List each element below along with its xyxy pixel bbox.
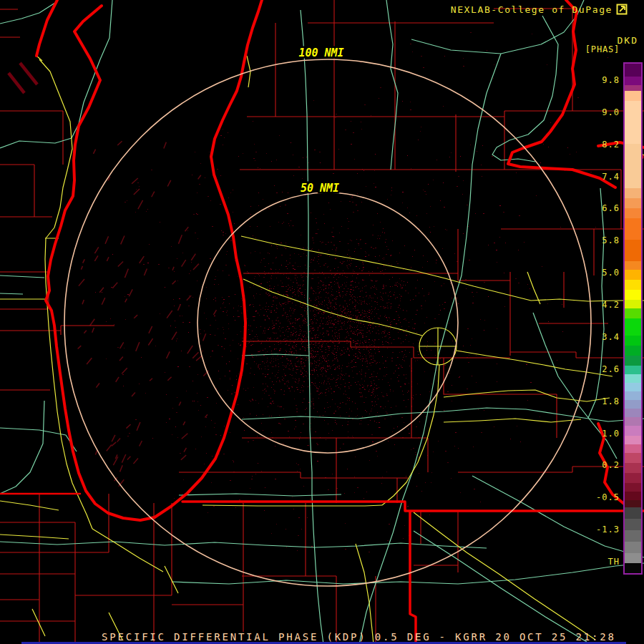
colorbar-band [625, 483, 641, 492]
colorbar-band [625, 198, 641, 208]
colorbar-band [625, 473, 641, 483]
colorbar-band [625, 77, 641, 85]
colorbar-tick: 5.0 [602, 268, 620, 278]
colorbar-tick: 6.6 [602, 203, 620, 213]
colorbar-tick: 8.2 [602, 140, 620, 150]
colorbar-tick: 9.0 [602, 107, 620, 117]
colorbar-tick: 1.8 [602, 396, 620, 406]
range-ring-label-50: 50 NMI [301, 182, 339, 195]
colorbar-band [625, 261, 641, 270]
lake-huron-shoreline [508, 0, 615, 187]
colorbar-band [625, 218, 641, 240]
colorbar-band [625, 336, 641, 346]
colorbar-band [625, 366, 641, 374]
colorbar-band [625, 240, 641, 261]
cod-flag-icon [616, 4, 628, 15]
colorbar-band [625, 530, 641, 542]
colorbar-band [625, 318, 641, 336]
product-code-label: DKD [618, 35, 638, 46]
colorbar-band [625, 356, 641, 366]
colorbar-band [625, 64, 641, 77]
colorbar-band [625, 400, 641, 409]
colorbar-band [625, 563, 641, 573]
colorbar-band [625, 426, 641, 436]
colorbar-band [625, 391, 641, 400]
colorbar-band [625, 85, 641, 91]
colorbar-band [625, 270, 641, 280]
range-ring-label-100: 100 NMI [298, 47, 343, 59]
colorbar-band [625, 188, 641, 198]
colorbar-tick: 9.8 [602, 75, 620, 85]
product-units-label: [PHAS] [585, 44, 620, 54]
colorbar-band [625, 463, 641, 473]
colorbar-band [625, 101, 641, 144]
colorbar-band [625, 308, 641, 318]
colorbar-band [625, 290, 641, 300]
colorbar-tick: 1.0 [602, 429, 620, 439]
colorbar-band [625, 542, 641, 553]
colorbar-band [625, 519, 641, 530]
colorbar-band [625, 346, 641, 356]
kdp-color-scale [623, 62, 643, 575]
colorbar-band [625, 553, 641, 563]
colorbar-band [625, 374, 641, 383]
colorbar-band [625, 409, 641, 417]
colorbar-tick: -0.5 [596, 492, 620, 502]
colorbar-tick: 2.6 [602, 364, 620, 374]
colorbar-band [625, 507, 641, 519]
product-status-text: SPECIFIC DIFFERENTIAL PHASE (KDP) 0.5 DE… [102, 631, 616, 643]
radar-map-canvas[interactable]: 100 NMI 50 NMI [0, 0, 644, 644]
colorbar-tick: 7.4 [602, 172, 620, 182]
colorbar-tick: 3.4 [602, 332, 620, 342]
colorbar-tick: 0.2 [602, 460, 620, 470]
site-credit-text: NEXLAB-College of DuPage [451, 4, 613, 15]
colorbar-band [625, 500, 641, 507]
colorbar-tick: TH [608, 557, 620, 567]
radar-display: 100 NMI 50 NMI NEXLAB-College of DuPage … [0, 0, 644, 644]
colorbar-band [625, 383, 641, 391]
colorbar-band [625, 300, 641, 308]
colorbar-band [625, 436, 641, 444]
colorbar-band [625, 417, 641, 426]
colorbar-band [625, 144, 641, 188]
colorbar-band [625, 453, 641, 463]
lake-wave-clutter [9, 63, 37, 93]
state-line-mi-in-oh [182, 502, 644, 644]
colorbar-band [625, 91, 641, 101]
colorbar-band [625, 492, 641, 500]
colorbar-band [625, 444, 641, 453]
colorbar-band [625, 280, 641, 290]
colorbar-tick: 4.2 [602, 300, 620, 310]
colorbar-tick: 5.8 [602, 235, 620, 245]
colorbar-band [625, 208, 641, 218]
colorbar-tick: -1.3 [596, 525, 620, 535]
